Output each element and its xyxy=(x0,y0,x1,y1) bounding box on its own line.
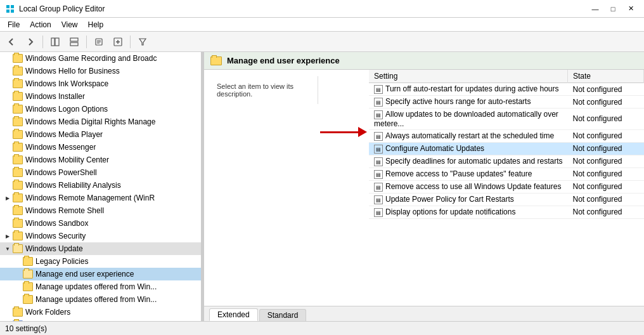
table-row[interactable]: ▤Turn off auto-restart for updates durin… xyxy=(369,83,644,96)
tree-item-manage-end-user[interactable]: Manage end user experience xyxy=(0,268,201,280)
app-icon xyxy=(5,4,15,14)
folder-icon xyxy=(13,155,23,164)
arrow-area xyxy=(318,127,369,137)
setting-cell: ▤Allow updates to be downloaded automati… xyxy=(369,108,568,130)
tree-item-label: Windows PowerShell xyxy=(25,168,97,177)
right-panel-header: Manage end user experience xyxy=(204,52,644,70)
right-panel-title: Manage end user experience xyxy=(227,56,340,65)
filter-button[interactable] xyxy=(134,34,151,50)
setting-cell: ▤Display options for update notification… xyxy=(369,206,568,218)
expander xyxy=(3,307,13,317)
folder-icon xyxy=(13,194,23,202)
tree-item-manage-updates-2[interactable]: Manage updates offered from Win... xyxy=(0,293,201,306)
menu-file[interactable]: File xyxy=(3,19,25,30)
show-hide-button[interactable] xyxy=(46,34,64,50)
table-row[interactable]: ▤Configure Automatic UpdatesNot configur… xyxy=(369,142,644,155)
expander xyxy=(3,180,13,190)
table-row[interactable]: ▤Remove access to "Pause updates" featur… xyxy=(369,168,644,180)
tree-item-label: Windows Sandbox xyxy=(25,219,88,228)
tree-item-work-folders[interactable]: Work Folders xyxy=(0,306,201,319)
expander xyxy=(3,168,13,178)
expand-arrow: ▶ xyxy=(3,231,13,241)
expander xyxy=(3,66,13,76)
description-area: Select an item to view its description. xyxy=(204,70,369,306)
tree-item-label: Windows Installer xyxy=(25,92,85,101)
expander xyxy=(3,53,13,63)
maximize-button[interactable]: □ xyxy=(605,3,621,15)
tree-item-windows-security[interactable]: ▶ Windows Security xyxy=(0,230,201,242)
table-row[interactable]: ▤Update Power Policy for Cart RestartsNo… xyxy=(369,193,644,206)
expander xyxy=(3,320,13,321)
setting-cell: ▤Specify active hours range for auto-res… xyxy=(369,96,568,108)
table-row[interactable]: ▤Specify deadlines for automatic updates… xyxy=(369,155,644,168)
window-controls: — □ ✕ xyxy=(587,3,639,15)
tree-item-legacy-policies[interactable]: Legacy Policies xyxy=(0,255,201,268)
setting-cell: ▤Specify deadlines for automatic updates… xyxy=(369,155,568,168)
tree-item-all-settings[interactable]: All Settings xyxy=(0,319,201,321)
folder-icon xyxy=(23,295,33,304)
expand-arrow: ▼ xyxy=(3,244,13,254)
folder-icon xyxy=(13,105,23,114)
menu-view[interactable]: View xyxy=(56,19,83,30)
toolbar xyxy=(0,32,644,52)
back-button[interactable] xyxy=(3,34,20,50)
tree-item-windows-game[interactable]: Windows Game Recording and Broadc xyxy=(0,52,201,65)
folder-icon xyxy=(13,168,23,177)
expander xyxy=(3,117,13,127)
tree-item-manage-updates-1[interactable]: Manage updates offered from Win... xyxy=(0,280,201,293)
table-row[interactable]: ▤Display options for update notification… xyxy=(369,206,644,218)
table-row[interactable]: ▤Always automatically restart at the sch… xyxy=(369,129,644,142)
svg-rect-5 xyxy=(55,38,59,46)
svg-rect-4 xyxy=(51,38,55,46)
folder-icon xyxy=(13,79,23,88)
status-text: 10 setting(s) xyxy=(5,324,47,333)
red-arrow xyxy=(320,127,367,137)
toolbar-separator-1 xyxy=(42,36,43,48)
tree-item-label: Windows Reliability Analysis xyxy=(25,181,121,190)
tree-item-label: Manage updates offered from Win... xyxy=(35,295,157,304)
tree-panel[interactable]: Windows Game Recording and Broadc Window… xyxy=(0,52,202,321)
menu-action[interactable]: Action xyxy=(25,19,56,30)
expander xyxy=(13,256,23,266)
tree-item-label: Windows Security xyxy=(25,232,86,240)
tree-item-windows-hello[interactable]: Windows Hello for Business xyxy=(0,65,201,77)
menu-help[interactable]: Help xyxy=(83,19,109,30)
close-button[interactable]: ✕ xyxy=(622,3,639,15)
tree-item-windows-mobility[interactable]: Windows Mobility Center xyxy=(0,154,201,166)
tab-standard[interactable]: Standard xyxy=(259,309,307,321)
header-folder-icon xyxy=(210,56,222,65)
tree-item-windows-reliability[interactable]: Windows Reliability Analysis xyxy=(0,179,201,192)
tree-item-windows-powershell[interactable]: Windows PowerShell xyxy=(0,166,201,179)
forward-button[interactable] xyxy=(22,34,39,50)
folder-icon xyxy=(13,181,23,190)
tree-item-windows-media-drm[interactable]: Windows Media Digital Rights Manage xyxy=(0,115,201,128)
svg-rect-6 xyxy=(70,38,78,41)
state-cell: Not configured xyxy=(568,193,644,206)
tree-item-windows-remote-mgmt[interactable]: ▶ Windows Remote Management (WinR xyxy=(0,192,201,204)
tree-item-windows-media-player[interactable]: Windows Media Player xyxy=(0,128,201,141)
folder-icon xyxy=(13,219,23,228)
table-row[interactable]: ▤Specify active hours range for auto-res… xyxy=(369,96,644,108)
properties-button[interactable] xyxy=(90,34,108,50)
tree-item-windows-messenger[interactable]: Windows Messenger xyxy=(0,141,201,154)
svg-marker-15 xyxy=(139,39,146,45)
toolbar-separator-2 xyxy=(86,36,87,48)
minimize-button[interactable]: — xyxy=(587,3,603,15)
table-row[interactable]: ▤Remove access to use all Windows Update… xyxy=(369,180,644,193)
new-tab-button[interactable] xyxy=(109,34,127,50)
tab-extended[interactable]: Extended xyxy=(209,308,258,321)
tree-item-windows-installer[interactable]: Windows Installer xyxy=(0,90,201,103)
state-cell: Not configured xyxy=(568,142,644,155)
tree-item-windows-remote-shell[interactable]: Windows Remote Shell xyxy=(0,204,201,217)
settings-table-area[interactable]: Setting State ▤Turn off auto-restart for… xyxy=(369,70,644,306)
folder-icon xyxy=(23,257,33,266)
table-row[interactable]: ▤Allow updates to be downloaded automati… xyxy=(369,108,644,130)
tree-item-windows-ink[interactable]: Windows Ink Workspace xyxy=(0,77,201,90)
tree-item-windows-sandbox[interactable]: Windows Sandbox xyxy=(0,217,201,230)
tree-item-windows-update[interactable]: ▼ Windows Update xyxy=(0,242,201,255)
expander xyxy=(13,269,23,279)
setting-cell: ▤Always automatically restart at the sch… xyxy=(369,129,568,142)
tree-item-label: Windows Mobility Center xyxy=(25,155,109,164)
list-view-button[interactable] xyxy=(65,34,83,50)
tree-item-windows-logon[interactable]: Windows Logon Options xyxy=(0,103,201,115)
